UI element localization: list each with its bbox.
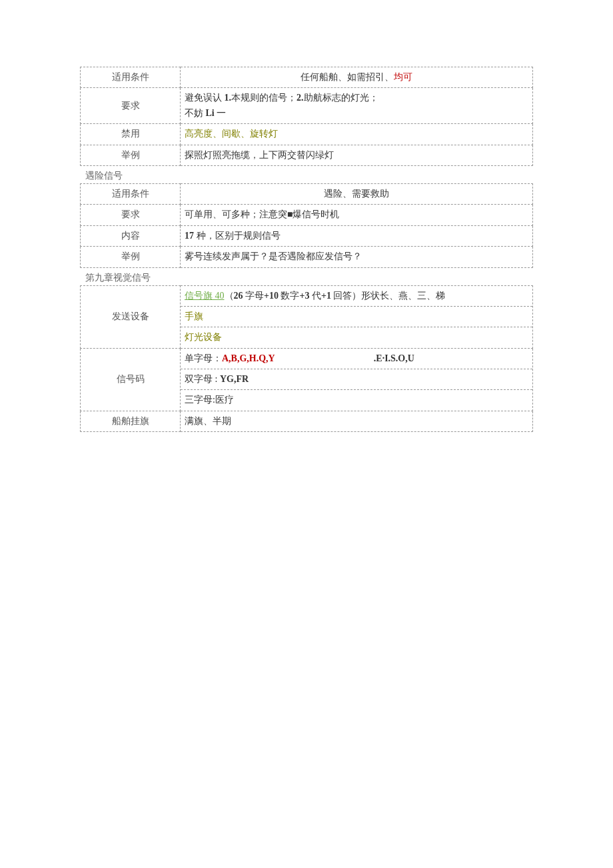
inner-line: 手旗 [181,307,532,327]
text-segment: .E·I.S.O,U [374,353,414,363]
row-label: 禁用 [81,124,181,145]
text-segment: Li [206,108,215,118]
text-segment: （ [225,291,234,301]
row-content: 满旗、半期 [181,411,533,431]
row-label: 适用条件 [81,67,181,88]
text-segment: 探照灯照亮拖缆，上下两交替闪绿灯 [185,150,334,160]
row-label: 内容 [81,225,181,246]
row-content: 信号旗 40（26 字母+10 数字+3 代+1 回答）形状长、燕、三、梯手旗灯… [181,285,533,348]
text-segment: 数字 [281,291,299,301]
text-segment: 代 [312,291,321,301]
row-label: 举例 [81,247,181,267]
text-segment: +1 [321,291,333,301]
row-label: 适用条件 [81,183,181,204]
row-content: 任何船舶、如需招引、均可 [181,67,533,88]
text-segment: 回答）形状长、燕、三、梯 [333,291,445,301]
table-row: 适用条件遇险、需要救助 [81,183,533,204]
row-content: 单字母：A,B,G,H.Q,Y.E·I.S.O,U双字母 : YG,FR三字母:… [181,348,533,411]
text-segment: 种，区别于规则信号 [197,231,281,241]
text-segment: 1. [225,93,232,103]
row-label: 要求 [81,88,181,124]
row-label-code: 信号码 [81,348,181,411]
text-segment: 双字母 : [185,374,220,384]
row-label: 要求 [81,205,181,225]
text-segment: 任何船舶、如需招引、 [301,72,394,82]
text-segment: 26 [234,291,246,301]
table-row: 要求避免误认 1.本规则的信号；2.助航标志的灯光；不妨 Li 一 [81,88,533,124]
row-content: 探照灯照亮拖缆，上下两交替闪绿灯 [181,145,533,165]
text-segment: 单字母： [185,353,222,363]
text-segment: 均可 [394,72,412,82]
text-segment: 助航标志的灯光； [304,93,378,103]
text-segment: 2. [297,93,304,103]
table-signals-1: 适用条件任何船舶、如需招引、均可要求避免误认 1.本规则的信号；2.助航标志的灯… [80,67,533,166]
table-row: 适用条件任何船舶、如需招引、均可 [81,67,533,88]
section-title-visual: 第九章视觉信号 [85,272,533,284]
row-content: 高亮度、间歇、旋转灯 [181,124,533,145]
text-segment: 高亮度、间歇、旋转灯 [185,129,278,139]
section-title-distress: 遇险信号 [85,170,533,182]
text-segment: 遇险、需要救助 [324,189,389,199]
table-row: 举例雾号连续发声属于？是否遇险都应发信号？ [81,247,533,267]
text-segment: 雾号连续发声属于？是否遇险都应发信号？ [185,251,362,261]
text-segment: 本规则的信号； [231,93,297,103]
inner-line: 信号旗 40（26 字母+10 数字+3 代+1 回答）形状长、燕、三、梯 [181,286,532,307]
table-row: 举例探照灯照亮拖缆，上下两交替闪绿灯 [81,145,533,165]
table-visual-signals: 发送设备信号旗 40（26 字母+10 数字+3 代+1 回答）形状长、燕、三、… [80,285,533,433]
text-segment: 一 [215,108,227,118]
text-segment: 字母 [245,291,264,301]
text-segment: A,B,G,H.Q,Y [222,353,275,363]
row-content: 遇险、需要救助 [181,183,533,204]
inner-line: 单字母：A,B,G,H.Q,Y.E·I.S.O,U [181,349,532,369]
text-segment: 信号旗 40 [185,291,225,301]
row-content: 雾号连续发声属于？是否遇险都应发信号？ [181,247,533,267]
text-segment: 手旗 [185,311,203,321]
row-content: 可单用、可多种；注意突■爆信号时机 [181,205,533,225]
table-row: 发送设备信号旗 40（26 字母+10 数字+3 代+1 回答）形状长、燕、三、… [81,285,533,348]
inner-line: 三字母:医疗 [181,390,532,410]
table-row: 要求可单用、可多种；注意突■爆信号时机 [81,205,533,225]
text-segment: 17 [185,231,197,241]
dual-left: 单字母：A,B,G,H.Q,Y [185,351,374,366]
inner-line: 双字母 : YG,FR [181,369,532,390]
table-row: 信号码单字母：A,B,G,H.Q,Y.E·I.S.O,U双字母 : YG,FR三… [81,348,533,411]
row-label-sending: 发送设备 [81,285,181,348]
inner-line: 灯光设备 [181,327,532,347]
row-label: 举例 [81,145,181,165]
text-segment: 满旗、半期 [185,416,231,426]
table-distress: 适用条件遇险、需要救助要求可单用、可多种；注意突■爆信号时机内容17 种，区别于… [80,183,533,268]
text-segment: 灯光设备 [185,332,222,342]
row-content: 避免误认 1.本规则的信号；2.助航标志的灯光；不妨 Li 一 [181,88,533,124]
table-row: 船舶挂旗满旗、半期 [81,411,533,431]
table-row: 内容17 种，区别于规则信号 [81,225,533,246]
text-segment: YG,FR [220,374,249,384]
text-segment: 不妨 [185,108,206,118]
dual-right: .E·I.S.O,U [374,351,528,366]
row-label-flag: 船舶挂旗 [81,411,181,431]
text-segment: 可单用、可多种；注意突■爆信号时机 [185,209,339,219]
text-segment: +3 [299,291,311,301]
text-segment: +10 [264,291,281,301]
table-row: 禁用高亮度、间歇、旋转灯 [81,124,533,145]
row-content: 17 种，区别于规则信号 [181,225,533,246]
text-segment: 避免误认 [185,93,225,103]
text-segment: 三字母:医疗 [185,395,234,405]
